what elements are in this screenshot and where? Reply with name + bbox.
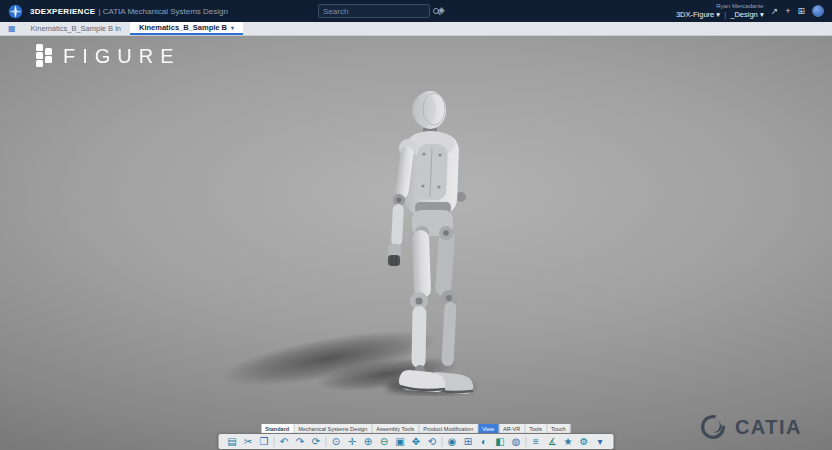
more-icon[interactable]: ▾ [594,436,607,447]
user-name: Ryan Mercadante [676,3,764,10]
toolbar-divider [526,437,527,447]
ribbon-tab-touch[interactable]: Touch [547,424,571,433]
copy-icon[interactable]: ❐ [258,436,271,447]
select-icon[interactable]: ✛ [346,436,359,447]
context-separator: | [724,10,726,19]
zoom-out-icon[interactable]: ⊖ [378,436,391,447]
tab-label: Kinematics_B_Sample B in [31,24,121,33]
fit-all-icon[interactable]: ▣ [394,436,407,447]
ribbon-tab-mechanical-systems-design[interactable]: Mechanical Systems Design [294,424,372,433]
ribbon-toolbar: ▤ ✂ ❐ ↶ ↷ ⟳ ⊙ ✛ ⊕ ⊖ ▣ ✥ ⟲ ◉ ⊞ ◐ ◧ ◍ [219,434,614,449]
toolbar-divider [326,437,327,447]
render-style-icon[interactable]: ◐ [478,436,491,447]
dassault-systemes-icon [698,414,728,440]
paste-icon[interactable]: ▤ [226,436,239,447]
avatar[interactable] [812,5,824,17]
tab-label: Kinematics_B_Sample B [139,23,227,32]
top-bar: 3DEXPERIENCE| CATIA Mechanical Systems D… [0,0,832,22]
tree-icon[interactable]: ≡ [530,436,543,447]
share-icon[interactable]: ↗ [771,6,779,16]
tag-icon[interactable]: ◈ [438,5,445,15]
viewport[interactable]: FIGURE [0,36,832,450]
chevron-down-icon[interactable]: ▾ [231,24,234,31]
search-input[interactable] [323,7,433,16]
search-bar [318,4,430,18]
tab-kinematics-sample-active[interactable]: Kinematics_B_Sample B ▾ [130,22,243,35]
application-window: 3DEXPERIENCE| CATIA Mechanical Systems D… [0,0,832,450]
action-bar: Standard Mechanical Systems Design Assem… [219,424,614,449]
update-icon[interactable]: ⟳ [310,436,323,447]
ribbon-tab-tools[interactable]: Tools [525,424,547,433]
panel-icon[interactable]: ▦ [0,22,22,35]
measure-icon[interactable]: ∡ [546,436,559,447]
catia-logo: CATIA [698,414,802,440]
ribbon-tabs: Standard Mechanical Systems Design Assem… [261,424,570,433]
document-tab-bar: ▦ Kinematics_B_Sample B in Kinematics_B_… [0,22,832,36]
tab-kinematics-sample-parent[interactable]: Kinematics_B_Sample B in [22,22,130,35]
figure-logo: FIGURE [36,44,181,68]
capture-icon[interactable]: ★ [562,436,575,447]
toolbar-divider [442,437,443,447]
app-title: 3DEXPERIENCE| CATIA Mechanical Systems D… [30,7,228,16]
design-context[interactable]: _Design [730,10,758,19]
ribbon-tab-view[interactable]: View [478,424,499,433]
figure-logo-icon [36,44,52,68]
settings-icon[interactable]: ⚙ [578,436,591,447]
figure-logo-text: FIGURE [63,45,181,68]
cut-icon[interactable]: ✂ [242,436,255,447]
apps-icon[interactable]: ⊞ [797,6,805,16]
rotate-icon[interactable]: ⟲ [426,436,439,447]
user-block: Ryan Mercadante 3DX-Figure ▾ | _Design ▾… [676,3,824,19]
multi-view-icon[interactable]: ⊞ [462,436,475,447]
ribbon-tab-ar-vr[interactable]: AR-VR [499,424,525,433]
design-chevron-icon[interactable]: ▾ [760,10,764,19]
3ds-compass-icon[interactable] [8,4,23,19]
workspace-name[interactable]: 3DX-Figure [676,10,714,19]
section-icon[interactable]: ◧ [494,436,507,447]
context-switcher[interactable]: 3DX-Figure ▾ | _Design ▾ [676,10,764,19]
ribbon-tab-standard[interactable]: Standard [261,424,294,433]
undo-icon[interactable]: ↶ [278,436,291,447]
app-name: | CATIA Mechanical Systems Design [98,7,228,16]
normal-view-icon[interactable]: ◉ [446,436,459,447]
workspace-chevron-icon[interactable]: ▾ [716,10,720,19]
pan-icon[interactable]: ✥ [410,436,423,447]
redo-icon[interactable]: ↷ [294,436,307,447]
hide-show-icon[interactable]: ◍ [510,436,523,447]
add-icon[interactable]: + [785,6,790,16]
brand-name: 3DEXPERIENCE [30,7,95,16]
catia-logo-text: CATIA [735,416,802,439]
search-tool-icon[interactable]: ⊙ [330,436,343,447]
3d-scene[interactable] [0,36,832,450]
toolbar-divider [274,437,275,447]
ribbon-tab-product-modification[interactable]: Product Modification [419,424,478,433]
zoom-in-icon[interactable]: ⊕ [362,436,375,447]
ribbon-tab-assembly-tools[interactable]: Assembly Tools [372,424,419,433]
